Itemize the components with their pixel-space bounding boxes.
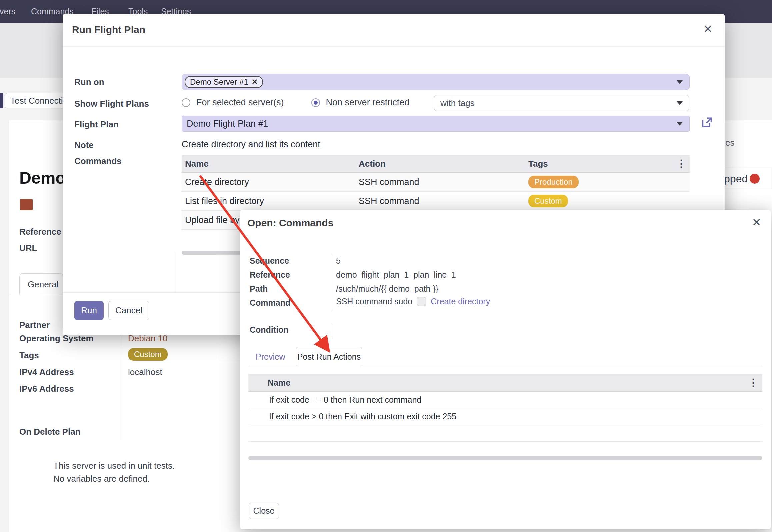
close-icon[interactable]: ✕ [752,217,762,228]
path-label: Path [250,284,268,294]
flight-plan-label: Flight Plan [74,119,119,130]
notebook-divider [9,295,63,295]
status-dot-icon [750,174,760,184]
field-column-divider [332,254,332,311]
color-swatch[interactable] [20,199,33,210]
cancel-button[interactable]: Cancel [108,301,149,320]
table-row-empty [248,425,762,442]
command-value-row: SSH command sudo Create directory [336,297,490,306]
chevron-down-icon [677,122,683,126]
table-row[interactable]: If exit code == 0 then Run next command [248,392,762,408]
post-run-actions-table: Name ⋮ If exit code == 0 then Run next c… [248,374,762,442]
radio-for-selected-servers[interactable] [182,98,190,107]
tags-label: Tags [19,350,39,361]
tag-badge: Custom [528,195,568,207]
table-row[interactable]: If exit code > 0 then Exit with custom e… [248,408,762,425]
with-tags-value: with tags [440,98,475,108]
run-button[interactable]: Run [74,301,104,320]
command-checkbox[interactable] [417,297,426,306]
reference-value: demo_flight_plan_1_plan_line_1 [336,270,456,280]
condition-label: Condition [250,325,289,335]
tab-general-label: General [28,279,59,290]
command-value: SSH command sudo [336,297,412,306]
table-row[interactable]: List files in directory SSH command Cust… [182,192,690,211]
server-tag-label: Demo Server #1 [190,77,248,87]
create-directory-link[interactable]: Create directory [431,297,490,306]
row-action: SSH command [354,177,524,187]
col-header-name[interactable]: Name [268,378,748,388]
unit-test-note-line1: This server is used in unit tests. [53,461,175,471]
primary-button-partial[interactable] [0,93,3,108]
tab-post-run-actions[interactable]: Post Run Actions [296,347,362,366]
content-left-border [176,253,176,292]
tab-post-run-actions-label: Post Run Actions [297,352,361,362]
nav-item-servers[interactable]: Servers [0,7,15,16]
unit-test-note-line2: No variables are defined. [53,474,150,484]
commands-modal-title: Open: Commands [247,217,333,229]
partner-label: Partner [19,320,50,330]
show-flight-plans-radios: For selected server(s) Non server restri… [182,97,409,108]
remove-tag-icon[interactable]: ✕ [252,78,258,86]
radio-non-server-restricted[interactable] [311,98,320,107]
col-header-name[interactable]: Name [182,159,354,169]
path-value: /such/much/{{ demo_path }} [336,284,438,294]
ipv4-label: IPv4 Address [19,367,74,377]
condition-field-divider [332,323,332,337]
tab-general[interactable]: General [19,273,63,295]
tags-value-badge[interactable]: Custom [128,348,168,361]
run-modal-title: Run Flight Plan [72,24,145,35]
open-commands-modal: Open: Commands ✕ Sequence Reference Path… [240,210,771,529]
ipv4-value: localhost [128,367,162,377]
on-delete-plan-label: On Delete Plan [19,427,81,437]
url-label: URL [19,243,37,253]
close-icon[interactable]: ✕ [703,23,713,35]
note-label: Note [74,140,94,150]
sequence-value: 5 [336,256,341,266]
command-label: Command [250,298,290,308]
horizontal-scrollbar[interactable] [248,456,762,460]
external-link-icon[interactable] [701,116,713,129]
row-action: SSH command [354,196,524,206]
right-edge-partial-text: es [725,138,734,148]
flight-plan-value: Demo Flight Plan #1 [187,119,268,129]
radio-non-server-restricted-label[interactable]: Non server restricted [326,97,410,108]
tag-badge: Production [528,176,579,188]
screen: Servers Commands Files Tools Settings Te… [0,0,772,532]
row-name: List files in directory [182,196,354,206]
modal-header-divider [63,46,725,47]
radio-for-selected-servers-label[interactable]: For selected server(s) [196,97,284,108]
reference-label: Reference [19,227,61,237]
note-text: Create directory and list its content [182,139,320,150]
run-on-label: Run on [74,77,104,87]
kebab-menu-icon[interactable]: ⋮ [748,378,762,388]
table-row[interactable]: Create directory SSH command Production [182,173,690,192]
close-button[interactable]: Close [249,503,279,519]
row-name: Create directory [182,177,354,187]
tab-preview[interactable]: Preview [256,352,285,362]
sequence-label: Sequence [250,256,289,266]
row-name: If exit code == 0 then Run next command [248,395,421,405]
ipv6-label: IPv6 Address [19,384,74,394]
server-tag-chip[interactable]: Demo Server #1 ✕ [185,76,263,88]
page-title: Demo [19,168,66,188]
run-on-multiselect[interactable]: Demo Server #1 ✕ [182,74,690,90]
chevron-down-icon [677,101,683,105]
commands-label: Commands [74,156,122,166]
with-tags-select[interactable]: with tags [434,95,689,111]
field-separator-line [121,322,121,440]
reference-field-label: Reference [250,270,290,280]
flight-plan-select[interactable]: Demo Flight Plan #1 [182,116,690,132]
col-header-tags[interactable]: Tags [524,159,676,169]
show-flight-plans-label: Show Flight Plans [74,99,149,109]
row-name: If exit code > 0 then Exit with custom e… [248,412,456,421]
kebab-menu-icon[interactable]: ⋮ [676,159,690,169]
chevron-down-icon [677,80,683,84]
col-header-action[interactable]: Action [354,159,524,169]
